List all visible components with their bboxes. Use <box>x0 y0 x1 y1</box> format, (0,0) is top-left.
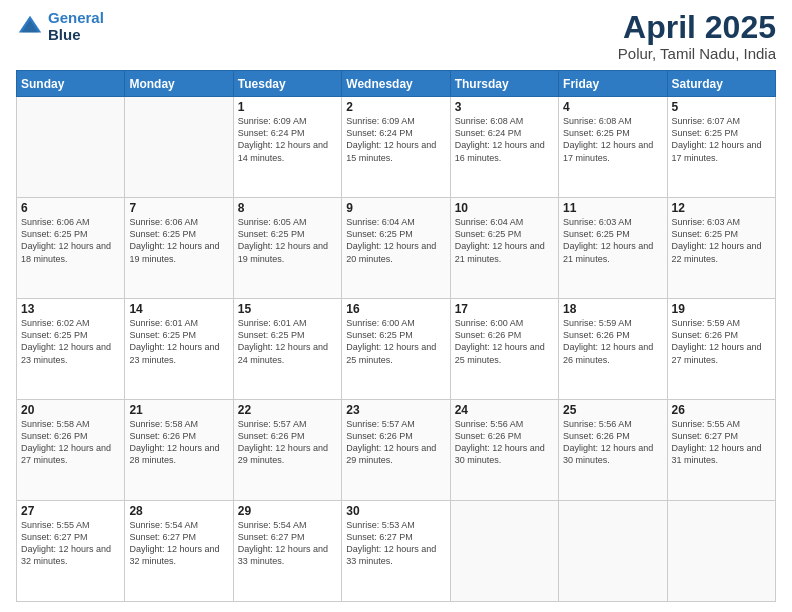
day-number: 20 <box>21 403 120 417</box>
calendar-day-cell: 4Sunrise: 6:08 AM Sunset: 6:25 PM Daylig… <box>559 97 667 198</box>
day-number: 2 <box>346 100 445 114</box>
calendar-day-cell: 24Sunrise: 5:56 AM Sunset: 6:26 PM Dayli… <box>450 400 558 501</box>
day-number: 17 <box>455 302 554 316</box>
logo: General Blue <box>16 10 104 43</box>
calendar-week-row: 6Sunrise: 6:06 AM Sunset: 6:25 PM Daylig… <box>17 198 776 299</box>
day-info: Sunrise: 6:06 AM Sunset: 6:25 PM Dayligh… <box>129 216 228 265</box>
day-info: Sunrise: 5:55 AM Sunset: 6:27 PM Dayligh… <box>672 418 771 467</box>
day-info: Sunrise: 6:00 AM Sunset: 6:25 PM Dayligh… <box>346 317 445 366</box>
col-friday: Friday <box>559 71 667 97</box>
day-info: Sunrise: 6:04 AM Sunset: 6:25 PM Dayligh… <box>346 216 445 265</box>
calendar-day-cell: 19Sunrise: 5:59 AM Sunset: 6:26 PM Dayli… <box>667 299 775 400</box>
subtitle: Polur, Tamil Nadu, India <box>618 45 776 62</box>
calendar-day-cell: 27Sunrise: 5:55 AM Sunset: 6:27 PM Dayli… <box>17 501 125 602</box>
day-number: 30 <box>346 504 445 518</box>
day-number: 29 <box>238 504 337 518</box>
calendar-day-cell <box>450 501 558 602</box>
main-title: April 2025 <box>618 10 776 45</box>
day-number: 15 <box>238 302 337 316</box>
calendar-week-row: 1Sunrise: 6:09 AM Sunset: 6:24 PM Daylig… <box>17 97 776 198</box>
day-info: Sunrise: 5:56 AM Sunset: 6:26 PM Dayligh… <box>563 418 662 467</box>
day-number: 27 <box>21 504 120 518</box>
day-info: Sunrise: 6:03 AM Sunset: 6:25 PM Dayligh… <box>672 216 771 265</box>
day-number: 5 <box>672 100 771 114</box>
calendar-day-cell: 20Sunrise: 5:58 AM Sunset: 6:26 PM Dayli… <box>17 400 125 501</box>
calendar-day-cell: 17Sunrise: 6:00 AM Sunset: 6:26 PM Dayli… <box>450 299 558 400</box>
day-number: 13 <box>21 302 120 316</box>
calendar-day-cell: 10Sunrise: 6:04 AM Sunset: 6:25 PM Dayli… <box>450 198 558 299</box>
calendar-day-cell <box>559 501 667 602</box>
day-info: Sunrise: 5:54 AM Sunset: 6:27 PM Dayligh… <box>129 519 228 568</box>
day-info: Sunrise: 6:07 AM Sunset: 6:25 PM Dayligh… <box>672 115 771 164</box>
calendar-day-cell: 26Sunrise: 5:55 AM Sunset: 6:27 PM Dayli… <box>667 400 775 501</box>
calendar-day-cell <box>17 97 125 198</box>
day-number: 3 <box>455 100 554 114</box>
calendar-day-cell: 15Sunrise: 6:01 AM Sunset: 6:25 PM Dayli… <box>233 299 341 400</box>
day-info: Sunrise: 5:57 AM Sunset: 6:26 PM Dayligh… <box>238 418 337 467</box>
day-number: 7 <box>129 201 228 215</box>
calendar-week-row: 20Sunrise: 5:58 AM Sunset: 6:26 PM Dayli… <box>17 400 776 501</box>
day-info: Sunrise: 6:08 AM Sunset: 6:25 PM Dayligh… <box>563 115 662 164</box>
day-number: 1 <box>238 100 337 114</box>
calendar-week-row: 27Sunrise: 5:55 AM Sunset: 6:27 PM Dayli… <box>17 501 776 602</box>
day-info: Sunrise: 6:09 AM Sunset: 6:24 PM Dayligh… <box>346 115 445 164</box>
day-number: 12 <box>672 201 771 215</box>
calendar-week-row: 13Sunrise: 6:02 AM Sunset: 6:25 PM Dayli… <box>17 299 776 400</box>
day-info: Sunrise: 6:02 AM Sunset: 6:25 PM Dayligh… <box>21 317 120 366</box>
day-info: Sunrise: 5:58 AM Sunset: 6:26 PM Dayligh… <box>129 418 228 467</box>
calendar-day-cell: 3Sunrise: 6:08 AM Sunset: 6:24 PM Daylig… <box>450 97 558 198</box>
day-number: 14 <box>129 302 228 316</box>
col-saturday: Saturday <box>667 71 775 97</box>
day-number: 24 <box>455 403 554 417</box>
calendar-day-cell: 5Sunrise: 6:07 AM Sunset: 6:25 PM Daylig… <box>667 97 775 198</box>
calendar-day-cell <box>667 501 775 602</box>
day-number: 28 <box>129 504 228 518</box>
day-info: Sunrise: 5:53 AM Sunset: 6:27 PM Dayligh… <box>346 519 445 568</box>
calendar-day-cell: 7Sunrise: 6:06 AM Sunset: 6:25 PM Daylig… <box>125 198 233 299</box>
col-monday: Monday <box>125 71 233 97</box>
logo-text: General Blue <box>48 10 104 43</box>
day-info: Sunrise: 6:04 AM Sunset: 6:25 PM Dayligh… <box>455 216 554 265</box>
day-info: Sunrise: 6:00 AM Sunset: 6:26 PM Dayligh… <box>455 317 554 366</box>
header: General Blue April 2025 Polur, Tamil Nad… <box>16 10 776 62</box>
day-info: Sunrise: 5:58 AM Sunset: 6:26 PM Dayligh… <box>21 418 120 467</box>
day-number: 19 <box>672 302 771 316</box>
day-number: 8 <box>238 201 337 215</box>
calendar-day-cell: 11Sunrise: 6:03 AM Sunset: 6:25 PM Dayli… <box>559 198 667 299</box>
day-number: 23 <box>346 403 445 417</box>
day-info: Sunrise: 6:05 AM Sunset: 6:25 PM Dayligh… <box>238 216 337 265</box>
col-wednesday: Wednesday <box>342 71 450 97</box>
day-number: 4 <box>563 100 662 114</box>
calendar-day-cell: 9Sunrise: 6:04 AM Sunset: 6:25 PM Daylig… <box>342 198 450 299</box>
day-info: Sunrise: 6:01 AM Sunset: 6:25 PM Dayligh… <box>238 317 337 366</box>
calendar-day-cell: 12Sunrise: 6:03 AM Sunset: 6:25 PM Dayli… <box>667 198 775 299</box>
day-info: Sunrise: 5:54 AM Sunset: 6:27 PM Dayligh… <box>238 519 337 568</box>
day-info: Sunrise: 5:56 AM Sunset: 6:26 PM Dayligh… <box>455 418 554 467</box>
calendar-day-cell: 30Sunrise: 5:53 AM Sunset: 6:27 PM Dayli… <box>342 501 450 602</box>
day-number: 26 <box>672 403 771 417</box>
calendar-header-row: Sunday Monday Tuesday Wednesday Thursday… <box>17 71 776 97</box>
day-number: 25 <box>563 403 662 417</box>
title-block: April 2025 Polur, Tamil Nadu, India <box>618 10 776 62</box>
day-number: 18 <box>563 302 662 316</box>
calendar-day-cell: 6Sunrise: 6:06 AM Sunset: 6:25 PM Daylig… <box>17 198 125 299</box>
page: General Blue April 2025 Polur, Tamil Nad… <box>0 0 792 612</box>
day-number: 16 <box>346 302 445 316</box>
day-info: Sunrise: 5:57 AM Sunset: 6:26 PM Dayligh… <box>346 418 445 467</box>
col-sunday: Sunday <box>17 71 125 97</box>
day-info: Sunrise: 5:59 AM Sunset: 6:26 PM Dayligh… <box>563 317 662 366</box>
calendar-table: Sunday Monday Tuesday Wednesday Thursday… <box>16 70 776 602</box>
calendar-day-cell: 1Sunrise: 6:09 AM Sunset: 6:24 PM Daylig… <box>233 97 341 198</box>
day-info: Sunrise: 5:59 AM Sunset: 6:26 PM Dayligh… <box>672 317 771 366</box>
calendar-day-cell: 23Sunrise: 5:57 AM Sunset: 6:26 PM Dayli… <box>342 400 450 501</box>
day-info: Sunrise: 6:06 AM Sunset: 6:25 PM Dayligh… <box>21 216 120 265</box>
col-tuesday: Tuesday <box>233 71 341 97</box>
calendar-day-cell: 21Sunrise: 5:58 AM Sunset: 6:26 PM Dayli… <box>125 400 233 501</box>
calendar-day-cell: 25Sunrise: 5:56 AM Sunset: 6:26 PM Dayli… <box>559 400 667 501</box>
calendar-day-cell <box>125 97 233 198</box>
day-info: Sunrise: 6:03 AM Sunset: 6:25 PM Dayligh… <box>563 216 662 265</box>
day-info: Sunrise: 6:01 AM Sunset: 6:25 PM Dayligh… <box>129 317 228 366</box>
day-number: 21 <box>129 403 228 417</box>
calendar-day-cell: 22Sunrise: 5:57 AM Sunset: 6:26 PM Dayli… <box>233 400 341 501</box>
day-number: 11 <box>563 201 662 215</box>
